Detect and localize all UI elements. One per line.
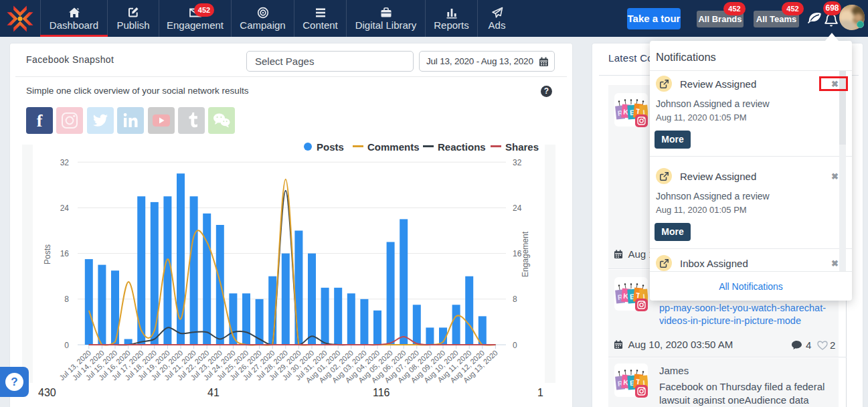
svg-text:0: 0 <box>64 341 69 350</box>
svg-text:24: 24 <box>60 204 70 213</box>
svg-text:32: 32 <box>60 158 70 167</box>
svg-text:8: 8 <box>64 295 69 304</box>
svg-text:8: 8 <box>513 295 517 304</box>
svg-text:24: 24 <box>513 204 522 213</box>
svg-text:Engagement: Engagement <box>521 231 530 277</box>
svg-text:32: 32 <box>513 158 522 167</box>
svg-text:0: 0 <box>513 341 517 350</box>
svg-text:16: 16 <box>60 249 70 258</box>
svg-text:f: f <box>37 111 43 131</box>
svg-text:Posts: Posts <box>43 244 52 264</box>
